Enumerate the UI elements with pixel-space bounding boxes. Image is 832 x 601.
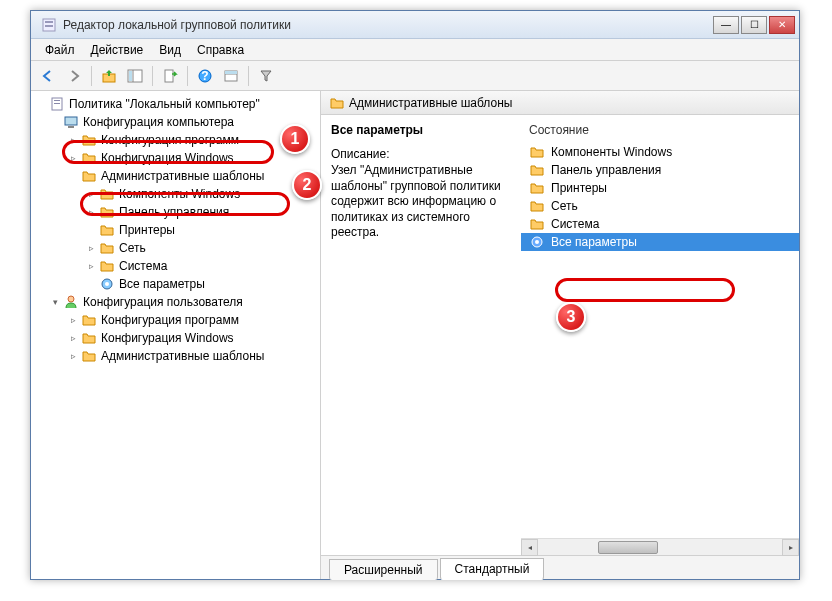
scroll-left-icon[interactable]: ◂ bbox=[521, 539, 538, 556]
folder-icon bbox=[529, 180, 545, 196]
user-icon bbox=[63, 294, 79, 310]
maximize-button[interactable]: ☐ bbox=[741, 16, 767, 34]
folder-icon bbox=[81, 150, 97, 166]
expander-icon[interactable]: ▹ bbox=[85, 188, 97, 200]
svg-rect-12 bbox=[225, 71, 237, 74]
view-tabs: Расширенный Стандартный bbox=[321, 555, 799, 579]
tree-windows-config[interactable]: ▹ Конфигурация Windows bbox=[31, 149, 320, 167]
list-item[interactable]: Система bbox=[521, 215, 799, 233]
expander-icon[interactable]: ▹ bbox=[67, 314, 79, 326]
list-label: Принтеры bbox=[551, 181, 607, 195]
menu-help[interactable]: Справка bbox=[189, 41, 252, 59]
folder-icon bbox=[81, 132, 97, 148]
scroll-bar-horizontal[interactable]: ◂ ▸ bbox=[521, 538, 799, 555]
toolbar: ? bbox=[31, 61, 799, 91]
folder-icon bbox=[529, 198, 545, 214]
list-item[interactable]: Панель управления bbox=[521, 161, 799, 179]
tree-user-admin[interactable]: ▹ Административные шаблоны bbox=[31, 347, 320, 365]
menu-view[interactable]: Вид bbox=[151, 41, 189, 59]
expander-icon[interactable] bbox=[35, 98, 47, 110]
expander-icon[interactable]: ▹ bbox=[85, 206, 97, 218]
tree-system[interactable]: ▹ Система bbox=[31, 257, 320, 275]
tree-toggle-button[interactable] bbox=[124, 65, 146, 87]
scroll-track[interactable] bbox=[538, 539, 782, 555]
svg-rect-17 bbox=[68, 126, 74, 128]
list-label: Панель управления bbox=[551, 163, 661, 177]
settings-icon bbox=[99, 276, 115, 292]
filter-button[interactable] bbox=[255, 65, 277, 87]
folder-icon bbox=[99, 186, 115, 202]
svg-text:?: ? bbox=[201, 69, 208, 83]
tree-network[interactable]: ▹ Сеть bbox=[31, 239, 320, 257]
tree-label: Политика "Локальный компьютер" bbox=[69, 97, 260, 111]
window-controls: — ☐ ✕ bbox=[713, 16, 795, 34]
list-header: Состояние bbox=[521, 123, 799, 143]
list-label: Все параметры bbox=[551, 235, 637, 249]
tree-printers[interactable]: Принтеры bbox=[31, 221, 320, 239]
expander-icon[interactable] bbox=[49, 116, 61, 128]
content-area: Политика "Локальный компьютер" Конфигура… bbox=[31, 91, 799, 579]
toolbar-separator bbox=[187, 66, 188, 86]
tree-control-panel[interactable]: ▹ Панель управления bbox=[31, 203, 320, 221]
scroll-right-icon[interactable]: ▸ bbox=[782, 539, 799, 556]
export-button[interactable] bbox=[159, 65, 181, 87]
tree-label: Компоненты Windows bbox=[119, 187, 240, 201]
svg-rect-6 bbox=[129, 71, 132, 81]
expander-icon[interactable]: ▾ bbox=[49, 296, 61, 308]
expander-icon[interactable]: ▹ bbox=[67, 350, 79, 362]
expander-icon[interactable] bbox=[85, 278, 97, 290]
list-item[interactable]: Принтеры bbox=[521, 179, 799, 197]
tree-all-params[interactable]: Все параметры bbox=[31, 275, 320, 293]
tree-view[interactable]: Политика "Локальный компьютер" Конфигура… bbox=[31, 91, 321, 579]
menu-bar: Файл Действие Вид Справка bbox=[31, 39, 799, 61]
tree-label: Конфигурация Windows bbox=[101, 151, 234, 165]
folder-icon bbox=[529, 144, 545, 160]
close-button[interactable]: ✕ bbox=[769, 16, 795, 34]
help-button[interactable]: ? bbox=[194, 65, 216, 87]
window-title: Редактор локальной групповой политики bbox=[63, 18, 713, 32]
expander-icon[interactable] bbox=[85, 224, 97, 236]
policy-icon bbox=[49, 96, 65, 112]
tree-label: Принтеры bbox=[119, 223, 175, 237]
expander-icon[interactable]: ▹ bbox=[67, 134, 79, 146]
tab-standard[interactable]: Стандартный bbox=[440, 558, 545, 580]
folder-icon bbox=[529, 216, 545, 232]
list-item[interactable]: Компоненты Windows bbox=[521, 143, 799, 161]
tree-program-config[interactable]: ▹ Конфигурация программ bbox=[31, 131, 320, 149]
forward-button[interactable] bbox=[63, 65, 85, 87]
tree-label: Все параметры bbox=[119, 277, 205, 291]
list-item[interactable]: Сеть bbox=[521, 197, 799, 215]
computer-icon bbox=[63, 114, 79, 130]
tree-user-programs[interactable]: ▹ Конфигурация программ bbox=[31, 311, 320, 329]
expander-icon[interactable]: ▹ bbox=[85, 260, 97, 272]
expander-icon[interactable] bbox=[67, 170, 79, 182]
properties-button[interactable] bbox=[220, 65, 242, 87]
folder-icon bbox=[99, 222, 115, 238]
list-label: Компоненты Windows bbox=[551, 145, 672, 159]
app-icon bbox=[41, 17, 57, 33]
menu-file[interactable]: Файл bbox=[37, 41, 83, 59]
tree-user-windows[interactable]: ▹ Конфигурация Windows bbox=[31, 329, 320, 347]
tree-admin-templates[interactable]: Административные шаблоны bbox=[31, 167, 320, 185]
scroll-thumb[interactable] bbox=[598, 541, 658, 554]
up-button[interactable] bbox=[98, 65, 120, 87]
expander-icon[interactable]: ▹ bbox=[67, 332, 79, 344]
tree-computer-config[interactable]: Конфигурация компьютера bbox=[31, 113, 320, 131]
svg-point-19 bbox=[105, 282, 109, 286]
list-item-selected[interactable]: Все параметры bbox=[521, 233, 799, 251]
minimize-button[interactable]: — bbox=[713, 16, 739, 34]
tab-extended[interactable]: Расширенный bbox=[329, 559, 438, 580]
tree-label: Административные шаблоны bbox=[101, 169, 264, 183]
pane-title: Административные шаблоны bbox=[349, 96, 512, 110]
tree-root[interactable]: Политика "Локальный компьютер" bbox=[31, 95, 320, 113]
svg-point-20 bbox=[68, 296, 74, 302]
folder-icon bbox=[81, 312, 97, 328]
tree-win-components[interactable]: ▹ Компоненты Windows bbox=[31, 185, 320, 203]
desc-text: Узел "Административные шаблоны" группово… bbox=[331, 163, 511, 241]
tree-label: Административные шаблоны bbox=[101, 349, 264, 363]
back-button[interactable] bbox=[37, 65, 59, 87]
menu-action[interactable]: Действие bbox=[83, 41, 152, 59]
tree-user-config[interactable]: ▾ Конфигурация пользователя bbox=[31, 293, 320, 311]
expander-icon[interactable]: ▹ bbox=[67, 152, 79, 164]
expander-icon[interactable]: ▹ bbox=[85, 242, 97, 254]
